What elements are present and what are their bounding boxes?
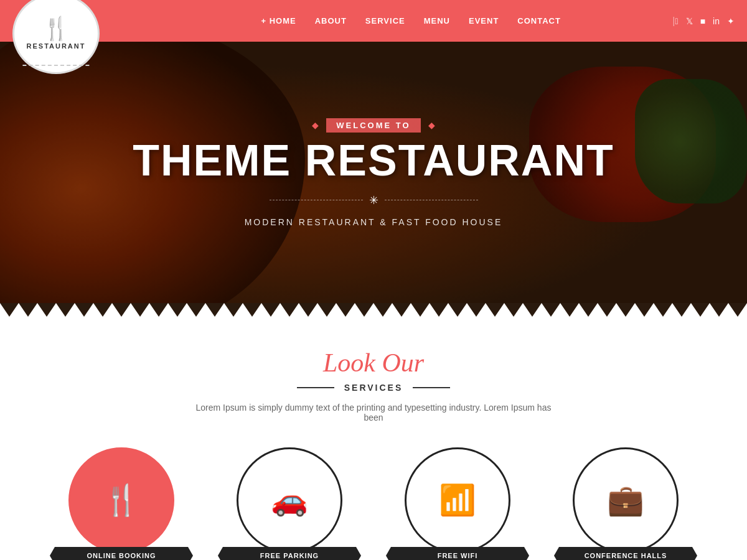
hero-section: ◆ WELCOME TO ◆ THEME RESTAURANT ✳ MODERN… (0, 42, 747, 303)
hero-title: THEME RESTAURANT (133, 139, 614, 182)
welcome-text: WELCOME TO (326, 118, 420, 133)
hero-subtitle: MODERN RESTAURANT & FAST FOOD HOUSE (133, 217, 614, 227)
service-banner-parking: FREE PARKING (218, 547, 361, 560)
services-grid: 🍴 ONLINE BOOKING Communication skills, i… (37, 447, 710, 560)
service-card-conference: 💼 CONFERENCE HALLS Communication skills,… (554, 447, 697, 560)
services-line-right (413, 387, 450, 388)
services-line-left (297, 387, 334, 388)
welcome-line: ◆ WELCOME TO ◆ (133, 118, 614, 133)
divider-line-right (385, 200, 478, 200)
zigzag-separator (0, 303, 747, 317)
logo-text: RESTAURANT (27, 42, 86, 50)
zigzag-svg (0, 303, 747, 317)
main-nav: + HOME ABOUT SERVICE MENU EVENT CONTACT (112, 16, 672, 26)
service-card-wifi: 📶 FREE WIFI Communication skills, includ… (386, 447, 529, 560)
services-title-row: SERVICES (37, 383, 710, 393)
hero-divider: ✳ (133, 194, 614, 207)
nav-home[interactable]: + HOME (261, 16, 296, 26)
service-banner-conference: CONFERENCE HALLS (554, 547, 697, 560)
service-circle-parking: 🚗 (237, 447, 342, 553)
divider-line-left (270, 200, 363, 200)
logo-circle: 🍴 RESTAURANT (12, 0, 100, 74)
service-banner-booking: ONLINE BOOKING (50, 547, 193, 560)
service-card-parking: 🚗 FREE PARKING Communication skills, inc… (218, 447, 361, 560)
parking-icon: 🚗 (271, 483, 308, 518)
service-banner-wifi: FREE WIFI (386, 547, 529, 560)
wifi-icon: 📶 (439, 483, 476, 518)
logo[interactable]: 🍴 RESTAURANT (0, 0, 112, 68)
service-circle-booking: 🍴 (68, 447, 174, 553)
conference-icon: 💼 (607, 483, 644, 518)
diamond-left: ◆ (312, 120, 319, 130)
service-card-booking: 🍴 ONLINE BOOKING Communication skills, i… (50, 447, 193, 560)
logo-icon: 🍴 (42, 17, 70, 40)
diamond-right: ◆ (428, 120, 435, 130)
booking-icon: 🍴 (103, 483, 140, 518)
service-circle-wifi: 📶 (405, 447, 510, 553)
facebook-icon[interactable]:  (675, 16, 679, 26)
pinterest-icon[interactable]: ✦ (727, 16, 735, 26)
service-circle-outline-parking: 🚗 (237, 447, 342, 553)
service-circle-outline-wifi: 📶 (405, 447, 510, 553)
services-section: Look Our SERVICES Lorem Ipsum is simply … (0, 317, 747, 560)
nav-event[interactable]: EVENT (469, 16, 499, 26)
services-description: Lorem Ipsum is simply dummy text of the … (187, 403, 560, 422)
header: 🍴 RESTAURANT + HOME ABOUT SERVICE MENU E… (0, 0, 747, 42)
logo-dashes (22, 65, 89, 66)
twitter-icon[interactable]: 𝕏 (686, 16, 693, 26)
nav-about[interactable]: ABOUT (315, 16, 347, 26)
nav-menu[interactable]: MENU (424, 16, 450, 26)
services-italic-title: Look Our (37, 348, 710, 378)
services-label: SERVICES (344, 383, 403, 393)
nav-contact[interactable]: CONTACT (517, 16, 561, 26)
divider-star: ✳ (369, 194, 378, 207)
nav-social-divider: | (672, 16, 675, 27)
service-circle-filled: 🍴 (68, 447, 174, 553)
hero-content: ◆ WELCOME TO ◆ THEME RESTAURANT ✳ MODERN… (133, 118, 614, 227)
service-circle-outline-conference: 💼 (573, 447, 679, 553)
service-circle-conference: 💼 (573, 447, 679, 553)
social-icons:  𝕏 ■ in ✦ (675, 16, 748, 26)
linkedin-icon[interactable]: in (713, 16, 720, 26)
instagram-icon[interactable]: ■ (700, 16, 705, 26)
nav-service[interactable]: SERVICE (365, 16, 405, 26)
